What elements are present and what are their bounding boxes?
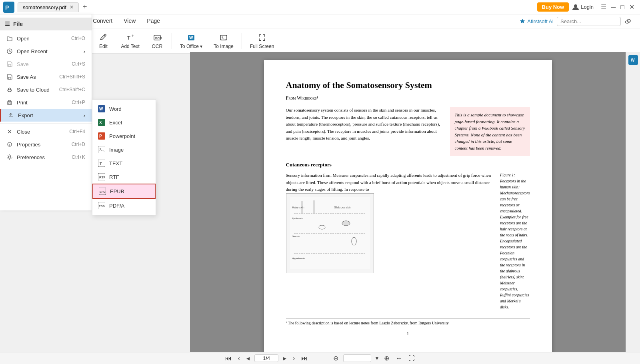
add-text-icon: T+ [126,33,135,42]
ai-button[interactable]: Afirstsoft AI [519,18,554,24]
sidebar-word-icon[interactable]: W [628,55,638,65]
edit-tool-button[interactable]: Edit [92,31,114,52]
open-icon [6,35,13,42]
export-epub[interactable]: EPUB EPUB [92,184,156,199]
word-label: Word [109,106,122,112]
export-excel[interactable]: X Excel [92,116,156,129]
edit-label: Edit [99,44,108,49]
svg-text:+: + [132,34,134,38]
zoom-dropdown-button[interactable]: ▼ [374,356,379,361]
text-export-icon: T [98,160,105,167]
svg-rect-31 [98,146,105,153]
svg-text:W: W [189,36,193,40]
ribbon-tabs: Home Edit Comment Convert View Page Afir… [0,14,640,28]
word-icon: W [98,105,105,112]
first-page-button[interactable]: ⏮ [224,355,233,362]
export-rtf[interactable]: RTF RTF [92,170,156,184]
svg-text:P: P [5,4,9,11]
menu-open[interactable]: Open Ctrl+O [0,32,92,45]
login-area[interactable]: Login [572,4,594,11]
menu-print[interactable]: Print Ctrl+P [0,96,92,109]
save-shortcut: Ctrl+S [72,61,85,67]
ribbon-tools: Hand Select Highlight ▾ Edit T+ Add Text… [0,28,640,53]
svg-line-7 [104,35,106,36]
save-label: Save [17,61,29,67]
menu-open-recent[interactable]: Open Recent › [0,45,92,58]
to-office-button[interactable]: W To Office ▾ [175,31,207,52]
menu-close[interactable]: Close Ctrl+F4 [0,125,92,138]
last-page-button[interactable]: ⏭ [300,355,309,362]
svg-point-24 [8,156,11,158]
export-word[interactable]: W Word [92,102,156,116]
page-number-input[interactable] [254,354,278,362]
open-recent-label: Open Recent [17,48,48,54]
menu-save: Save Ctrl+S [0,58,92,70]
svg-text:W: W [99,107,103,111]
file-menu-title: File [13,21,23,27]
tab-page[interactable]: Page [141,14,166,28]
viewer-area[interactable]: Anatomy of the Somatosensory System From… [190,52,626,352]
export-powerpoint[interactable]: P Powerpoint [92,129,156,143]
rtf-export-icon: RTF [98,173,105,180]
bottom-bar: ⏮ ‹ ◂ ▸ › ⏭ ⊖ 62.52% ▼ ⊕ ↔ ⛶ [0,352,640,364]
ai-icon [519,18,526,24]
svg-text:i: i [9,143,10,147]
open-label: Open [17,36,30,42]
to-image-button[interactable]: To Image [209,31,238,52]
full-screen-button[interactable]: Full Screen [245,31,279,52]
add-text-button[interactable]: T+ Add Text [116,31,144,52]
svg-text:RTF: RTF [99,176,105,179]
export-pdfa[interactable]: PDF/A PDF/A [92,199,156,212]
sidebar-w-icon: W [630,57,636,63]
maximize-button[interactable]: □ [618,3,627,12]
save-icon [6,61,13,67]
tab-view[interactable]: View [118,14,141,28]
prev-page-button[interactable]: ‹ [236,355,242,362]
pdf-page-number: 1 [286,331,530,337]
close-button[interactable]: ✕ [627,2,637,12]
close-menu-icon [6,128,13,135]
pdf-figure-row: Sensory information from Meissner corpus… [286,172,530,310]
minimize-button[interactable]: ─ [609,3,618,12]
text-label: TEXT [109,160,122,166]
svg-point-2 [574,4,577,8]
pdf-tab[interactable]: somatosensory.pdf ✕ [18,2,79,12]
cloud-icon[interactable] [624,17,632,25]
login-label: Login [581,4,594,10]
fit-page-button[interactable]: ⛶ [407,355,416,362]
tab-filename: somatosensory.pdf [23,4,66,10]
pdfa-icon: PDF/A [98,202,105,209]
fit-width-button[interactable]: ↔ [394,355,404,362]
menu-save-as[interactable]: Save As Ctrl+Shift+S [0,70,92,83]
edit-icon [99,33,108,42]
ribbon: Home Edit Comment Convert View Page Afir… [0,14,640,54]
export-image[interactable]: Image [92,143,156,156]
buy-now-button[interactable]: Buy Now [537,2,569,12]
zoom-input[interactable]: 62.52% [343,354,371,362]
menu-preferences[interactable]: Preferences Ctrl+K [0,151,92,164]
pdfa-label: PDF/A [109,203,124,209]
ocr-button[interactable]: OCR OCR [146,31,168,52]
add-text-label: Add Text [121,44,139,49]
app-logo: P [3,2,14,13]
save-as-icon [6,74,13,80]
export-text[interactable]: T TEXT [92,156,156,170]
epub-icon: EPUB [99,188,106,195]
zoom-out-button[interactable]: ⊖ [332,354,340,362]
menu-export[interactable]: Export › [0,109,92,122]
tab-close-icon[interactable]: ✕ [70,4,74,10]
new-tab-button[interactable]: + [80,3,90,11]
next-page-button[interactable]: ▸ [282,354,288,362]
svg-text:P: P [99,134,102,138]
menu-properties[interactable]: i Properties Ctrl+D [0,138,92,151]
zoom-in-button[interactable]: ⊕ [382,354,391,362]
next-page-button2[interactable]: › [291,355,296,362]
pdf-figure-caption: Figure 1: Receptors in the human skin: M… [500,172,530,310]
svg-text:Dermis: Dermis [292,235,300,238]
menu-save-cloud[interactable]: Save to Cloud Ctrl+Shift+C [0,83,92,96]
to-image-label: To Image [214,44,233,49]
search-input[interactable] [557,17,621,26]
menu-button[interactable]: ☰ [598,2,609,12]
prev-page-button2[interactable]: ◂ [245,354,251,362]
svg-text:Glabrous skin: Glabrous skin [334,206,351,209]
